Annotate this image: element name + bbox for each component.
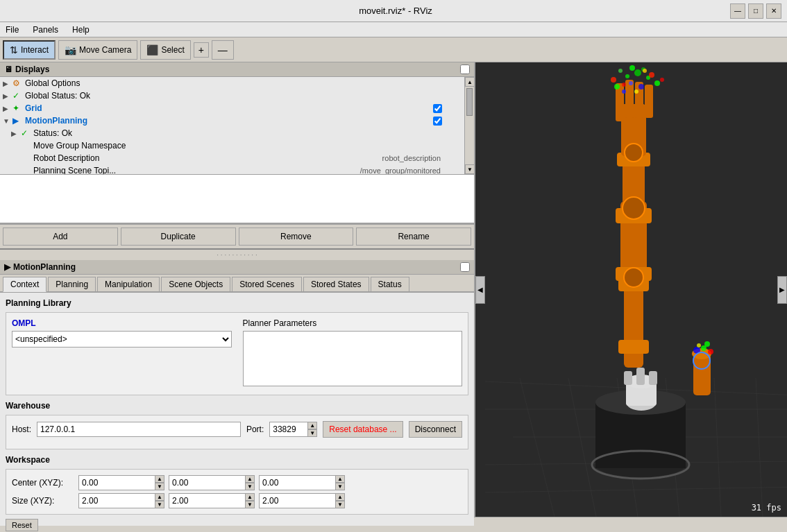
label-motion-planning: MotionPlanning [25, 116, 432, 126]
tree-item-status-ok[interactable]: ▶ ✓ Status: Ok [0, 127, 464, 139]
tab-manipulation[interactable]: Manipulation [97, 277, 160, 291]
svg-point-32 [625, 144, 643, 162]
svg-point-34 [625, 74, 629, 78]
tree-item-motion-planning[interactable]: ▼ ▶ MotionPlanning [0, 114, 464, 127]
size-row: Size (XYZ): ▲ ▼ ▲ ▼ [12, 493, 462, 508]
add-display-button[interactable]: + [194, 42, 209, 58]
center-x-up[interactable]: ▲ [155, 475, 164, 483]
svg-point-37 [654, 80, 660, 86]
menu-help[interactable]: Help [69, 24, 92, 36]
center-z-input[interactable] [259, 475, 335, 490]
arrow-global-options: ▶ [3, 80, 11, 87]
scroll-up-arrow[interactable]: ▲ [465, 77, 475, 87]
port-down-arrow[interactable]: ▼ [307, 429, 317, 437]
remove-button[interactable]: Remove [239, 228, 354, 246]
center-z-spinner: ▲ ▼ [259, 475, 345, 490]
center-label: Center (XYZ): [12, 478, 74, 488]
tree-item-global-options[interactable]: ▶ ⚙ Global Options [0, 77, 464, 89]
duplicate-button[interactable]: Duplicate [121, 228, 236, 246]
port-input[interactable] [269, 422, 307, 437]
size-y-down[interactable]: ▼ [245, 501, 255, 508]
viewport-svg [485, 62, 787, 517]
disconnect-button[interactable]: Disconnect [409, 421, 462, 438]
size-x-input[interactable] [78, 493, 155, 508]
tab-planning[interactable]: Planning [48, 277, 96, 291]
tree-item-planning-scene[interactable]: Planning Scene Topi... /move_group/monit… [0, 164, 464, 174]
center-x-spinner: ▲ ▼ [78, 475, 164, 490]
center-y-input[interactable] [169, 475, 245, 490]
minus-button[interactable]: — [212, 40, 234, 60]
size-x-up[interactable]: ▲ [155, 493, 164, 501]
size-z-up[interactable]: ▲ [335, 493, 345, 501]
center-y-down[interactable]: ▼ [245, 483, 255, 490]
displays-checkbox[interactable] [460, 65, 470, 74]
scroll-thumb[interactable] [466, 88, 473, 116]
planner-select[interactable]: <unspecified> RRTConnect RRT PRM [12, 332, 231, 347]
arrow-global-status: ▶ [3, 92, 11, 100]
displays-header: 🖥 Displays [0, 62, 474, 77]
svg-rect-16 [649, 371, 657, 385]
tree-item-grid[interactable]: ▶ ✦ Grid [0, 102, 464, 114]
rename-button[interactable]: Rename [356, 228, 471, 246]
port-up-arrow[interactable]: ▲ [307, 422, 317, 429]
icon-global-options: ⚙ [12, 78, 24, 88]
size-z-input[interactable] [259, 493, 335, 508]
select-button[interactable]: ⬛ Select [140, 40, 190, 60]
tab-stored-scenes[interactable]: Stored Scenes [232, 277, 302, 291]
center-z-down[interactable]: ▼ [335, 483, 345, 490]
size-y-input[interactable] [169, 493, 245, 508]
center-x-input[interactable] [78, 475, 155, 490]
toolbar: ⇅ Interact 📷 Move Camera ⬛ Select + — [0, 37, 787, 62]
displays-section: 🖥 Displays ▶ ⚙ Global Options ▶ [0, 62, 474, 224]
value-robot-desc: robot_description [382, 154, 462, 162]
size-y-up[interactable]: ▲ [245, 493, 255, 501]
displays-title: 🖥 Displays [4, 65, 49, 74]
interact-button[interactable]: ⇅ Interact [3, 40, 56, 60]
host-input[interactable] [37, 422, 241, 437]
tree-item-robot-desc[interactable]: Robot Description robot_description [0, 152, 464, 164]
tree-item-global-status[interactable]: ▶ ✓ Global Status: Ok [0, 89, 464, 102]
svg-rect-15 [636, 368, 645, 385]
displays-scrollbar[interactable]: ▲ ▼ [464, 77, 474, 174]
maximize-button[interactable]: □ [748, 3, 763, 19]
size-z-down[interactable]: ▼ [335, 501, 345, 508]
motion-planning-checkbox[interactable] [433, 117, 442, 126]
tab-stored-states[interactable]: Stored States [303, 277, 369, 291]
move-camera-button[interactable]: 📷 Move Camera [58, 40, 137, 60]
reset-button[interactable]: Reset [6, 519, 38, 531]
scroll-down-arrow[interactable]: ▼ [465, 164, 475, 174]
motion-planning-section-checkbox[interactable] [460, 262, 470, 272]
center-y-up[interactable]: ▲ [245, 475, 255, 483]
svg-rect-14 [624, 371, 632, 385]
tree-item-move-group-ns[interactable]: Move Group Namespace [0, 139, 464, 152]
grid-checkbox[interactable] [433, 104, 442, 113]
port-spinner: ▲ ▼ [269, 422, 317, 437]
svg-rect-50 [693, 354, 711, 395]
svg-point-55 [697, 343, 701, 347]
collapse-left-arrow[interactable]: ◀ [475, 276, 485, 304]
label-move-group: Move Group Namespace [33, 141, 462, 151]
tab-context[interactable]: Context [3, 277, 46, 292]
reset-database-button[interactable]: Reset database ... [323, 421, 403, 438]
svg-point-43 [649, 72, 654, 78]
center-z-up[interactable]: ▲ [335, 475, 345, 483]
add-button[interactable]: Add [3, 228, 118, 246]
motion-planning-header-title: ▶ MotionPlanning [4, 262, 76, 272]
label-status-ok: Status: Ok [33, 128, 462, 138]
collapse-right-arrow[interactable]: ▶ [777, 276, 787, 304]
tab-scene-objects[interactable]: Scene Objects [161, 277, 230, 291]
center-x-down[interactable]: ▼ [155, 483, 164, 490]
size-x-spinner: ▲ ▼ [78, 493, 164, 508]
center-x-arrows: ▲ ▼ [155, 475, 164, 490]
close-button[interactable]: ✕ [766, 3, 781, 19]
menu-file[interactable]: File [3, 24, 22, 36]
size-x-down[interactable]: ▼ [155, 501, 164, 508]
svg-point-47 [622, 89, 626, 94]
fps-counter: 31 fps [752, 503, 781, 513]
center-row: Center (XYZ): ▲ ▼ ▲ ▼ [12, 475, 462, 490]
port-spinner-arrows: ▲ ▼ [307, 422, 317, 437]
tab-status[interactable]: Status [371, 277, 409, 291]
minimize-button[interactable]: — [730, 3, 745, 19]
planner-params-label: Planner Parameters [243, 318, 463, 328]
menu-panels[interactable]: Panels [30, 24, 61, 36]
